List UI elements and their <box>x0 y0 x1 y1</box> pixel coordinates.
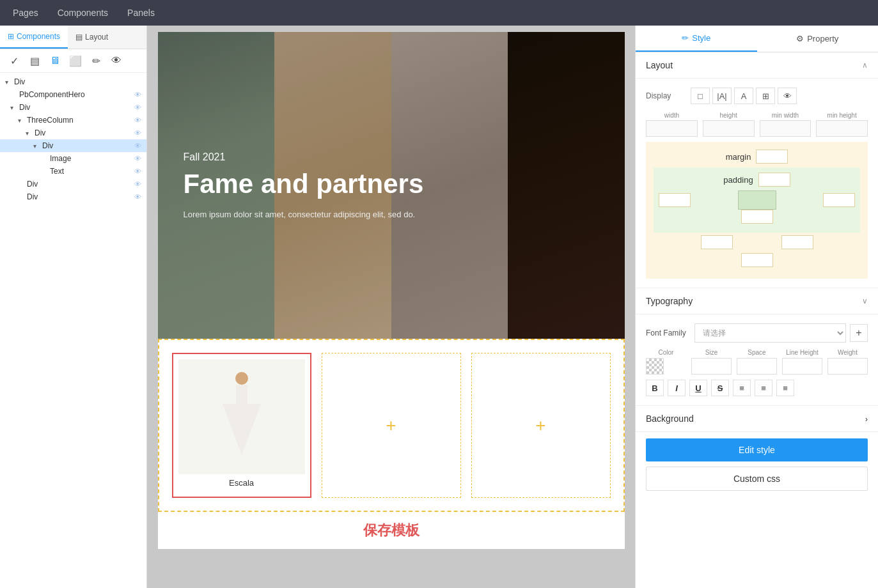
desktop-icon[interactable]: 🖥 <box>47 53 63 68</box>
card-2-empty[interactable]: + <box>322 353 461 498</box>
edit-icon[interactable]: ✏ <box>88 53 104 68</box>
tree-item-text[interactable]: Text 👁 <box>0 165 146 178</box>
nav-pages[interactable]: Pages <box>13 8 38 18</box>
three-col-section: Escala + + <box>158 339 625 512</box>
visibility-icon[interactable]: 👁 <box>134 129 141 137</box>
layout-section-header[interactable]: Layout ∧ <box>636 52 878 79</box>
padding-right-input[interactable] <box>823 193 855 207</box>
display-btn-inline-block[interactable]: A <box>734 88 753 104</box>
height-input[interactable] <box>703 120 755 137</box>
align-right-button[interactable]: ≡ <box>776 380 794 396</box>
font-family-select[interactable]: 请选择 <box>694 323 846 343</box>
padding-left-input[interactable] <box>659 193 691 207</box>
visibility-icon[interactable]: 👁 <box>134 167 141 175</box>
background-section-header[interactable]: Background › <box>636 406 878 432</box>
tree-item-div-2[interactable]: ▾ Div 👁 <box>0 127 146 139</box>
tree-item-image[interactable]: Image 👁 <box>0 152 146 165</box>
margin-right-input[interactable] <box>781 235 813 249</box>
visibility-icon[interactable]: 👁 <box>134 91 141 98</box>
tree-item-label: Div <box>27 180 134 189</box>
min-width-field: min width <box>760 112 811 137</box>
strikethrough-button[interactable]: S <box>711 380 729 396</box>
card-1[interactable]: Escala <box>172 353 311 498</box>
weight-input[interactable] <box>827 358 868 375</box>
display-btn-none[interactable]: 👁 <box>778 88 797 104</box>
align-left-button[interactable]: ≡ <box>733 380 751 396</box>
margin-bottom-row <box>654 253 860 267</box>
margin-left-input[interactable] <box>701 235 733 249</box>
custom-css-button[interactable]: Custom css <box>646 467 868 491</box>
padding-top-input[interactable] <box>758 173 790 187</box>
tab-style[interactable]: ✏ Style <box>636 26 757 52</box>
hero-description: Lorem ipsum dolor sit amet, consectetur … <box>184 210 599 219</box>
size-input[interactable] <box>691 358 732 375</box>
tree-item-div-1[interactable]: ▾ Div 👁 <box>0 101 146 114</box>
nav-panels[interactable]: Panels <box>127 8 155 18</box>
align-center-button[interactable]: ≡ <box>755 380 772 396</box>
style-icon: ✏ <box>682 33 689 43</box>
weight-prop: Weight <box>827 349 868 375</box>
check-icon[interactable]: ✓ <box>6 53 22 68</box>
tab-components[interactable]: ⊞ Components <box>0 26 68 49</box>
bold-button[interactable]: B <box>646 380 664 396</box>
tree-item-div-root[interactable]: ▾ Div <box>0 75 146 88</box>
padding-label-row: padding <box>659 173 855 187</box>
tree-item-div-4[interactable]: Div 👁 <box>0 190 146 203</box>
hero-subtitle: Fall 2021 <box>184 151 599 163</box>
padding-bottom-input[interactable] <box>741 210 773 224</box>
visibility-icon[interactable]: 👁 <box>134 116 141 124</box>
tab-layout[interactable]: ▤ Layout <box>68 26 116 49</box>
space-label: Space <box>737 349 777 356</box>
visibility-icon[interactable]: 👁 <box>134 104 141 111</box>
hero-section: Fall 2021 Fame and partners Lorem ipsum … <box>158 32 625 339</box>
margin-padding-section: margin padding <box>646 142 868 279</box>
hero-title: Fame and partners <box>184 169 599 199</box>
width-input[interactable] <box>646 120 698 137</box>
nav-components[interactable]: Components <box>58 8 108 18</box>
layout-section-body: Display □ |A| A ⊞ 👁 width height <box>636 79 878 288</box>
font-add-button[interactable]: + <box>850 324 868 342</box>
eye-icon[interactable]: 👁 <box>109 53 124 68</box>
hero-content: Fall 2021 Fame and partners Lorem ipsum … <box>158 32 625 339</box>
underline-button[interactable]: U <box>689 380 707 396</box>
line-height-label: Line Height <box>782 349 822 356</box>
tab-style-label: Style <box>692 33 710 43</box>
dress-skirt <box>223 404 261 455</box>
color-swatch[interactable] <box>646 358 664 375</box>
size-label: Size <box>691 349 732 356</box>
display-btn-flex[interactable]: ⊞ <box>756 88 775 104</box>
toggle-icon: ▾ <box>26 130 35 137</box>
typo-props-row: Color Size Space Line Height Weight <box>646 349 868 375</box>
display-btn-inline[interactable]: |A| <box>712 88 732 104</box>
italic-button[interactable]: I <box>668 380 686 396</box>
tree-item-div-3[interactable]: Div 👁 <box>0 178 146 190</box>
display-btn-block[interactable]: □ <box>691 88 710 104</box>
tab-property-label: Property <box>807 34 838 43</box>
visibility-icon[interactable]: 👁 <box>134 193 141 201</box>
margin-bottom-input[interactable] <box>741 253 773 267</box>
doc-icon[interactable]: ▤ <box>27 53 42 68</box>
tab-property[interactable]: ⚙ Property <box>757 26 879 52</box>
tree-item-label: Div <box>35 128 134 137</box>
tree-item-label: Div <box>19 103 134 112</box>
typography-section-header[interactable]: Typography ∨ <box>636 288 878 314</box>
visibility-icon[interactable]: 👁 <box>134 180 141 188</box>
min-width-input[interactable] <box>760 120 811 137</box>
tree-item-label: Div <box>14 77 141 86</box>
line-height-input[interactable] <box>782 358 822 375</box>
tablet-icon[interactable]: ⬜ <box>68 53 83 68</box>
min-height-field: min height <box>816 112 868 137</box>
background-chevron-icon: › <box>865 414 868 424</box>
dress-figure <box>223 372 261 461</box>
space-input[interactable] <box>737 358 777 375</box>
tree-item-three-col[interactable]: ▾ ThreeColumn 👁 <box>0 114 146 127</box>
tree-item-pb-hero[interactable]: PbComponentHero 👁 <box>0 88 146 101</box>
visibility-icon[interactable]: 👁 <box>134 155 141 162</box>
visibility-icon[interactable]: 👁 <box>134 142 141 150</box>
min-height-input[interactable] <box>816 120 868 137</box>
margin-box: margin padding <box>646 142 868 279</box>
tree-item-div-selected[interactable]: ▾ Div 👁 <box>0 139 146 152</box>
edit-style-button[interactable]: Edit style <box>646 438 868 461</box>
margin-top-input[interactable] <box>756 150 788 164</box>
card-3-empty[interactable]: + <box>471 353 611 498</box>
